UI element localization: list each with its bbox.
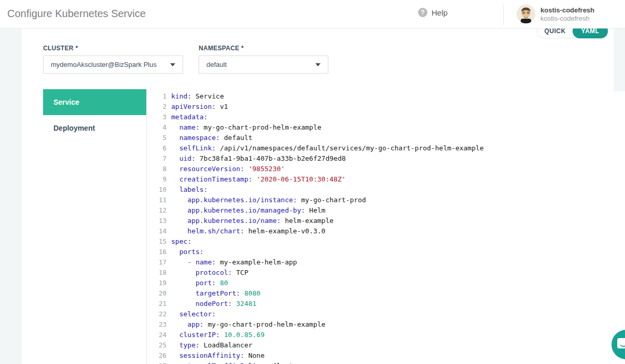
cluster-label: CLUSTER * <box>43 45 78 52</box>
tab-deployment[interactable]: Deployment <box>43 115 146 141</box>
help-icon: ? <box>418 8 427 17</box>
code-line: 22 selector: <box>147 309 625 319</box>
code-line: 4 name: my-go-chart-prod-helm-example <box>147 122 625 133</box>
user-subtitle: kostis-codefresh <box>540 15 594 23</box>
namespace-label: NAMESPACE * <box>199 45 244 52</box>
code-line: 20 targetPort: 8080 <box>147 288 625 299</box>
code-line: 14 helm.sh/chart: helm-example-v0.3.0 <box>147 226 625 236</box>
code-line: 23 app: my-go-chart-prod-helm-example <box>147 319 625 330</box>
code-line: 13 app.kubernetes.io/name: helm-example <box>147 216 625 226</box>
chevron-down-icon <box>170 63 175 66</box>
avatar-illustration <box>517 5 535 23</box>
code-line: 1kind: Service <box>147 91 625 102</box>
user-names: kostis-codefresh kostis-codefresh <box>540 6 594 23</box>
top-header: Configure Kubernetes Service ? Help kost… <box>0 0 625 29</box>
code-line: 2apiVersion: v1 <box>147 102 625 112</box>
namespace-value: default <box>206 61 311 68</box>
user-name: kostis-codefresh <box>540 6 594 15</box>
namespace-select[interactable]: default <box>199 55 328 74</box>
code-line: 5 namespace: default <box>147 133 625 143</box>
code-line: 7 uid: 7bc38fa1-9ba1-407b-a33b-b2e6f27d9… <box>147 153 625 164</box>
tab-service[interactable]: Service <box>43 89 146 115</box>
code-line: 26 sessionAffinity: None <box>147 351 625 361</box>
quick-mode-button[interactable]: QUICK <box>537 27 573 35</box>
code-line: 6 selfLink: /api/v1/namespaces/default/s… <box>147 143 625 153</box>
header-divider <box>503 4 504 25</box>
resource-tabs-sidebar: Service Deployment <box>43 89 147 364</box>
help-button[interactable]: ? Help <box>418 8 448 17</box>
code-line: 9 creationTimestamp: '2020-06-15T10:30:4… <box>147 174 625 185</box>
code-line: 24 clusterIP: 10.0.85.69 <box>147 330 625 340</box>
code-lines: 1kind: Service2apiVersion: v13metadata:4… <box>147 91 625 364</box>
code-line: 21 nodePort: 32481 <box>147 299 625 309</box>
cluster-select[interactable]: mydemoAkscluster@BizSpark Plus <box>43 55 183 74</box>
code-line: 25 type: LoadBalancer <box>147 340 625 351</box>
cluster-value: mydemoAkscluster@BizSpark Plus <box>51 61 166 68</box>
code-line: 17 - name: my-example-helm-app <box>147 257 625 268</box>
code-line: 3metadata: <box>147 112 625 122</box>
page-title: Configure Kubernetes Service <box>7 8 146 20</box>
chevron-down-icon <box>315 63 321 66</box>
help-label: Help <box>432 8 448 17</box>
code-line: 10 labels: <box>147 185 625 195</box>
code-line: 8 resourceVersion: '9855230' <box>147 164 625 174</box>
code-line: 27 externalTrafficPolicy: Cluster <box>147 361 625 364</box>
user-menu[interactable]: kostis-codefresh kostis-codefresh <box>517 5 594 23</box>
code-line: 15spec: <box>147 236 625 247</box>
code-line: 11 app.kubernetes.io/instance: my-go-cha… <box>147 195 625 205</box>
code-line: 12 app.kubernetes.io/managed-by: Helm <box>147 205 625 216</box>
avatar <box>517 5 535 23</box>
chat-icon <box>617 338 625 348</box>
yaml-editor[interactable]: 1kind: Service2apiVersion: v13metadata:4… <box>147 91 625 364</box>
code-line: 16 ports: <box>147 247 625 257</box>
code-line: 19 port: 80 <box>147 278 625 288</box>
code-line: 18 protocol: TCP <box>147 268 625 278</box>
